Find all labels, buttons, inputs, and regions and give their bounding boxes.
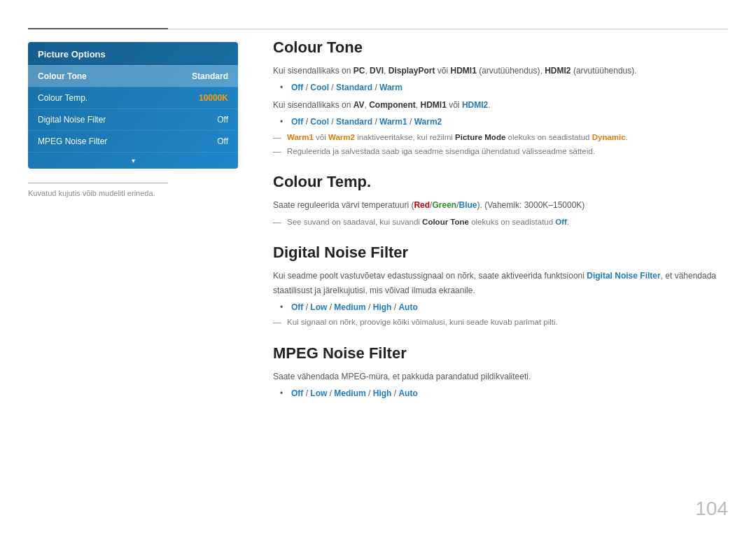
digital-noise-filter-bullet1: Off / Low / Medium / High / Auto [280, 300, 728, 314]
menu-item-digital-noise-filter-label: Digital Noise Filter [38, 115, 106, 125]
menu-item-digital-noise-filter-value: Off [217, 115, 228, 125]
menu-item-digital-noise-filter[interactable]: Digital Noise Filter Off [28, 108, 238, 130]
menu-item-mpeg-noise-filter-value: Off [217, 136, 228, 146]
menu-item-colour-temp-value: 10000K [199, 93, 228, 103]
colour-tone-bullets2: Off / Cool / Standard / Warm1 / Warm2 [273, 115, 728, 129]
colour-tone-bullet2: Off / Cool / Standard / Warm1 / Warm2 [280, 115, 728, 129]
panel-note: Kuvatud kujutis võib mudeliti erineda. [28, 189, 238, 197]
colour-tone-bullets1: Off / Cool / Standard / Warm [273, 80, 728, 94]
section-digital-noise-filter: Digital Noise Filter Kui seadme poolt va… [273, 244, 728, 329]
menu-item-colour-temp[interactable]: Colour Temp. 10000K [28, 87, 238, 108]
section-mpeg-noise-filter-title: MPEG Noise Filter [273, 344, 728, 363]
divider-line [28, 183, 168, 183]
section-mpeg-noise-filter-body: Saate vähendada MPEG-müra, et pakkuda pa… [273, 370, 728, 401]
section-colour-temp-title: Colour Temp. [273, 173, 728, 191]
colour-tone-para2: Kui sisendallikaks on AV, Component, HDM… [273, 98, 728, 112]
section-digital-noise-filter-body: Kui seadme poolt vastuvõetav edastussign… [273, 269, 728, 329]
mpeg-noise-filter-bullets: Off / Low / Medium / High / Auto [273, 386, 728, 400]
section-colour-temp-body: Saate reguleerida värvi temperatuuri (Re… [273, 198, 728, 228]
colour-tone-dash1: Warm1 või Warm2 inaktiveeritakse, kui re… [273, 131, 728, 143]
section-mpeg-noise-filter: MPEG Noise Filter Saate vähendada MPEG-m… [273, 344, 728, 401]
menu-item-colour-temp-label: Colour Temp. [38, 93, 88, 103]
section-colour-tone-title: Colour Tone [273, 38, 728, 57]
page-number: 104 [695, 498, 728, 520]
menu-item-colour-tone-value: Standard [192, 71, 228, 81]
menu-item-mpeg-noise-filter-label: MPEG Noise Filter [38, 136, 107, 146]
digital-noise-filter-bullets: Off / Low / Medium / High / Auto [273, 300, 728, 314]
section-colour-temp: Colour Temp. Saate reguleerida värvi tem… [273, 173, 728, 228]
digital-noise-filter-dash1: Kui signaal on nõrk, proovige kõiki võim… [273, 316, 728, 328]
section-colour-tone: Colour Tone Kui sisendallikaks on PC, DV… [273, 38, 728, 157]
colour-tone-dash2: Reguleerida ja salvestada saab iga seadm… [273, 145, 728, 157]
menu-item-mpeg-noise-filter[interactable]: MPEG Noise Filter Off [28, 130, 238, 152]
right-content: Colour Tone Kui sisendallikaks on PC, DV… [273, 38, 728, 492]
section-colour-tone-body: Kui sisendallikaks on PC, DVI, DisplayPo… [273, 64, 728, 157]
colour-temp-dash1: See suvand on saadaval, kui suvandi Colo… [273, 216, 728, 228]
menu-item-colour-tone-label: Colour Tone [38, 71, 87, 81]
menu-item-colour-tone[interactable]: Colour Tone Standard [28, 65, 238, 87]
section-digital-noise-filter-title: Digital Noise Filter [273, 244, 728, 262]
colour-temp-para1: Saate reguleerida värvi temperatuuri (Re… [273, 198, 728, 212]
left-panel: Picture Options Colour Tone Standard Col… [28, 42, 238, 197]
top-border-line [168, 29, 728, 29]
digital-noise-filter-para1: Kui seadme poolt vastuvõetav edastussign… [273, 269, 728, 297]
picture-options-title: Picture Options [28, 42, 238, 65]
colour-tone-bullet1: Off / Cool / Standard / Warm [280, 80, 728, 94]
mpeg-noise-filter-para1: Saate vähendada MPEG-müra, et pakkuda pa… [273, 370, 728, 384]
arrow-down-icon: ▾ [28, 152, 238, 169]
top-border-accent [28, 28, 168, 29]
top-border [28, 28, 728, 29]
picture-options-box: Picture Options Colour Tone Standard Col… [28, 42, 238, 169]
colour-tone-para1: Kui sisendallikaks on PC, DVI, DisplayPo… [273, 64, 728, 78]
mpeg-noise-filter-bullet1: Off / Low / Medium / High / Auto [280, 386, 728, 400]
